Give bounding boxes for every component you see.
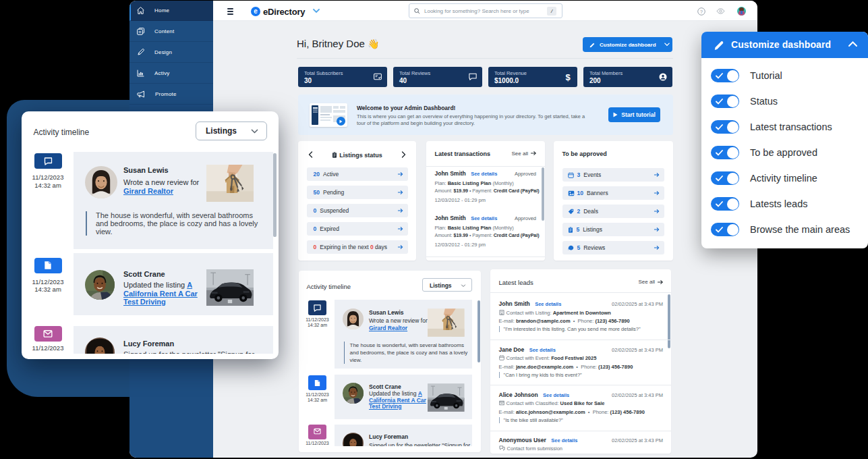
svg-text:?: ? (700, 9, 703, 14)
svg-text:$: $ (565, 73, 571, 82)
